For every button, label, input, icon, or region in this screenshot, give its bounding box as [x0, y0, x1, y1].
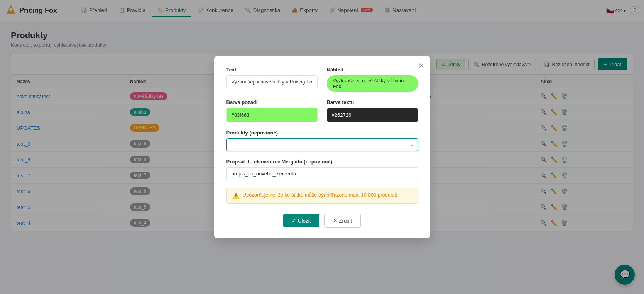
warning-icon: ⚠️ — [232, 192, 240, 199]
bg-color-group: Barva pozadí — [226, 99, 318, 122]
bg-color-label: Barva pozadí — [226, 99, 318, 105]
text-color-group: Barva textu — [327, 99, 418, 122]
preview-label: Náhled — [327, 67, 418, 73]
preview-tag: Vyzkoušej si nové štítky v Pricing Fox — [327, 75, 418, 92]
modal-grid: Text Náhled Vyzkoušej si nové štítky v P… — [226, 67, 418, 228]
preview-group: Náhled Vyzkoušej si nové štítky v Pricin… — [327, 67, 418, 92]
products-group: Produkty (nepovinné) ⌄ — [226, 130, 418, 151]
modal-overlay[interactable]: ✕ Text Náhled Vyzkoušej si nové štítky v… — [0, 0, 644, 240]
products-select[interactable] — [226, 138, 418, 151]
text-label: Text — [226, 67, 318, 73]
text-input[interactable] — [226, 75, 318, 88]
save-button[interactable]: ✓ Uložit — [283, 214, 319, 227]
warning-box: ⚠️ Upozorňujeme, že ke štítku může být p… — [226, 188, 418, 204]
propagate-group: Propsat do elementu v Mergadu (nepovinné… — [226, 159, 418, 180]
products-select-wrap: ⌄ — [226, 138, 418, 151]
warning-text: Upozorňujeme, že ke štítku může být přiř… — [243, 192, 397, 198]
propagate-label: Propsat do elementu v Mergadu (nepovinné… — [226, 159, 418, 165]
propagate-input[interactable] — [226, 167, 418, 180]
bg-color-input[interactable] — [226, 108, 318, 122]
modal-actions: ✓ Uložit ✕ Zrušit — [226, 214, 418, 228]
text-color-label: Barva textu — [327, 99, 418, 105]
tag-edit-modal: ✕ Text Náhled Vyzkoušej si nové štítky v… — [214, 56, 430, 238]
text-field-group: Text — [226, 67, 318, 92]
cancel-button[interactable]: ✕ Zrušit — [324, 214, 361, 228]
modal-close-button[interactable]: ✕ — [418, 61, 424, 70]
products-label: Produkty (nepovinné) — [226, 130, 418, 136]
text-color-input[interactable] — [327, 108, 418, 122]
